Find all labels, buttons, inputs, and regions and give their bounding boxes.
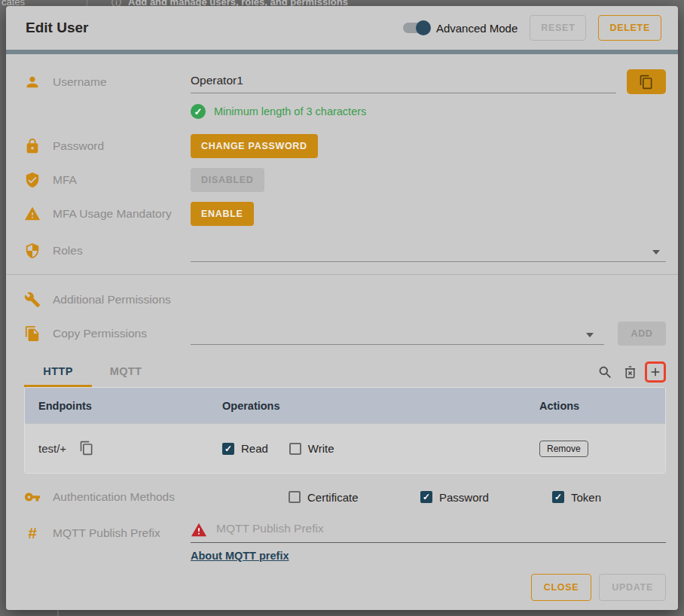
password-option-label: Password [439, 491, 489, 504]
copy-permissions-row: Copy Permissions ADD [24, 322, 666, 346]
shield-check-icon [24, 172, 41, 188]
lock-icon [24, 138, 41, 154]
mfa-enable-button[interactable]: ENABLE [191, 202, 254, 226]
remove-button[interactable]: Remove [539, 441, 588, 457]
copy-endpoint-icon[interactable] [78, 441, 95, 457]
search-icon[interactable] [595, 362, 615, 382]
username-label: Username [53, 75, 107, 89]
mfa-mandatory-label: MFA Usage Mandatory [53, 207, 172, 221]
mqtt-prefix-label: MQTT Publish Prefix [53, 526, 160, 540]
plus-icon [649, 365, 662, 379]
toggle-track-icon[interactable] [403, 23, 429, 33]
info-icon: ⓘ [111, 0, 121, 6]
tab-http[interactable]: HTTP [24, 358, 92, 387]
advanced-mode-toggle[interactable]: Advanced Mode [403, 22, 518, 35]
about-mqtt-prefix-link[interactable]: About MQTT prefix [191, 550, 289, 562]
column-endpoints: Endpoints [25, 400, 222, 412]
mqtt-prefix-row: # MQTT Publish Prefix About MQTT prefix [24, 519, 666, 563]
write-checkbox[interactable]: Write [289, 442, 334, 455]
token-checkbox[interactable]: Token [552, 491, 678, 504]
permissions-table: Endpoints Operations Actions test/+ [24, 387, 666, 474]
roles-row: Roles [24, 239, 666, 262]
mfa-row: MFA DISABLED [24, 168, 666, 192]
wrench-icon [24, 291, 41, 308]
read-checkbox[interactable]: Read [222, 442, 268, 455]
copy-permissions-label: Copy Permissions [53, 327, 147, 340]
permissions-tabs: HTTP MQTT [24, 358, 666, 387]
person-icon [24, 74, 41, 90]
edit-user-dialog: Edit User Advanced Mode RESET DELETE Use… [6, 6, 678, 610]
token-label: Token [571, 491, 601, 504]
update-button[interactable]: UPDATE [599, 574, 666, 601]
reset-button[interactable]: RESET [530, 15, 586, 41]
dialog-footer: CLOSE UPDATE [24, 574, 666, 601]
checkbox-checked-icon[interactable] [420, 491, 432, 503]
key-icon [24, 489, 41, 505]
toggle-knob-icon[interactable] [416, 20, 431, 35]
table-header-row: Endpoints Operations Actions [25, 388, 665, 423]
checkbox-unchecked-icon[interactable] [289, 491, 301, 503]
backdrop-left-text: cates [2, 0, 25, 6]
username-input[interactable] [191, 71, 616, 93]
copy-permissions-select[interactable] [191, 322, 604, 345]
delete-button[interactable]: DELETE [598, 15, 661, 41]
dialog-title: Edit User [26, 20, 88, 36]
advanced-mode-label: Advanced Mode [436, 22, 518, 35]
copy-username-button[interactable] [627, 69, 666, 94]
table-row: test/+ Read Write [25, 423, 665, 473]
write-label: Write [308, 442, 334, 455]
checkbox-checked-icon[interactable] [222, 443, 234, 455]
mfa-disabled-button[interactable]: DISABLED [191, 168, 264, 192]
dialog-body: Username Minimum length of 3 characters [6, 54, 678, 610]
mfa-label: MFA [53, 173, 77, 187]
username-validation-text: Minimum length of 3 characters [214, 105, 366, 117]
backdrop-bottom-divider [57, 610, 59, 616]
chevron-down-icon [586, 333, 594, 337]
certificate-checkbox[interactable]: Certificate [289, 491, 420, 504]
column-operations: Operations [222, 400, 539, 412]
auth-methods-row: Authentication Methods Certificate Passw… [24, 489, 666, 505]
certificate-label: Certificate [307, 491, 359, 504]
checkbox-checked-icon[interactable] [552, 491, 564, 503]
username-row: Username [24, 69, 666, 94]
additional-permissions-label: Additional Permissions [53, 293, 171, 306]
additional-permissions-row: Additional Permissions [24, 291, 666, 308]
username-validation: Minimum length of 3 characters [191, 104, 666, 119]
delete-all-trash-icon[interactable] [620, 362, 640, 382]
roles-label: Roles [53, 244, 83, 258]
backdrop-page-strip: cates ⓘ Add and manage users, roles, and… [0, 0, 684, 6]
copy-icon [639, 75, 654, 90]
section-divider [6, 274, 678, 275]
password-checkbox[interactable]: Password [420, 491, 552, 504]
auth-methods-label: Authentication Methods [53, 490, 175, 504]
dialog-header: Edit User Advanced Mode RESET DELETE [6, 6, 678, 50]
password-label: Password [53, 139, 104, 153]
check-circle-icon [191, 104, 206, 119]
error-warning-icon [191, 522, 207, 538]
password-row: Password CHANGE PASSWORD [24, 134, 666, 158]
warning-triangle-icon [24, 206, 41, 222]
tab-mqtt[interactable]: MQTT [92, 358, 160, 387]
mqtt-prefix-input[interactable] [216, 519, 666, 541]
backdrop-divider [87, 0, 87, 6]
read-label: Read [241, 442, 268, 455]
add-copy-permissions-button[interactable]: ADD [618, 322, 666, 346]
close-button[interactable]: CLOSE [531, 574, 592, 601]
endpoint-value: test/+ [38, 442, 66, 455]
file-copy-icon [24, 325, 41, 342]
add-permission-button[interactable] [645, 361, 666, 383]
security-shield-icon [24, 242, 41, 259]
checkbox-unchecked-icon[interactable] [289, 443, 301, 455]
backdrop-description: Add and manage users, roles, and permiss… [128, 0, 348, 6]
mfa-mandatory-row: MFA Usage Mandatory ENABLE [24, 202, 666, 226]
screen: cates ⓘ Add and manage users, roles, and… [0, 0, 684, 616]
hash-icon: # [24, 525, 41, 541]
roles-select[interactable] [191, 239, 666, 262]
change-password-button[interactable]: CHANGE PASSWORD [191, 134, 318, 158]
chevron-down-icon [652, 250, 660, 255]
column-actions: Actions [539, 400, 665, 412]
